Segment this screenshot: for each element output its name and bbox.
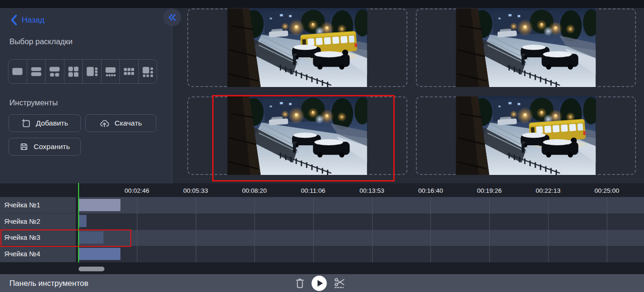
time-tick-label: 00:08:20 — [242, 187, 267, 194]
time-tick-label: 00:16:40 — [418, 187, 443, 194]
top-strip — [0, 0, 644, 8]
timeline-track[interactable] — [78, 197, 644, 213]
time-tick-label: 00:19:26 — [477, 187, 502, 194]
layout-option-single-icon[interactable] — [8, 60, 27, 83]
layout-option-1-big-4-bottom-icon[interactable] — [102, 60, 120, 83]
timeline-tracks — [78, 197, 644, 262]
toolbar-actions — [294, 274, 346, 292]
camera-video — [456, 96, 596, 175]
clip-bar[interactable] — [79, 248, 120, 260]
bottom-toolbar: Панель инструментов — [0, 274, 644, 292]
time-tick-label: 00:25:00 — [595, 187, 620, 194]
play-button[interactable] — [311, 276, 327, 291]
tools-section-title: Инструменты — [9, 98, 58, 107]
layout-option-1-big-3-right-icon[interactable] — [83, 60, 102, 83]
timeline-row-label[interactable]: Ячейка №1 — [0, 197, 76, 213]
save-floppy-icon — [19, 142, 29, 151]
save-button[interactable]: Сохранить — [8, 138, 81, 156]
timeline-row-label[interactable]: Ячейка №3 — [0, 230, 76, 246]
camera-video-frame — [456, 96, 596, 175]
add-button[interactable]: Добавить — [8, 114, 81, 132]
back-label: Назад — [22, 16, 45, 25]
layout-option-1-top-2-bottom-icon[interactable] — [46, 60, 64, 83]
timeline-row-label[interactable]: Ячейка №2 — [0, 213, 76, 230]
time-tick-label: 00:13:53 — [359, 187, 384, 194]
toolbar-title: Панель инструментов — [9, 279, 88, 288]
layout-option-1-big-5-small-icon[interactable] — [139, 60, 157, 83]
clip-bar[interactable] — [79, 199, 120, 211]
timeline-track[interactable] — [78, 213, 644, 230]
timeline-track[interactable] — [78, 246, 644, 262]
cloud-upload-icon — [99, 118, 110, 128]
layout-option-2x2-icon[interactable] — [64, 60, 83, 83]
clip-bar[interactable] — [79, 231, 103, 244]
layout-option-3x2-icon[interactable] — [120, 60, 139, 83]
camera-video-frame — [228, 96, 367, 175]
add-button-label: Добавить — [36, 119, 68, 127]
layout-section-title: Выбор раскладки — [9, 37, 72, 46]
time-tick-label: 00:02:46 — [125, 187, 150, 194]
camera-video — [456, 8, 596, 87]
cut-icon[interactable] — [333, 277, 346, 289]
camera-video — [228, 96, 367, 175]
sidebar: Назад Выбор раскладки — [0, 8, 172, 183]
clip-bar[interactable] — [79, 215, 87, 227]
timeline-scrollbar — [0, 262, 644, 274]
camera-video — [228, 8, 367, 87]
trash-icon[interactable] — [294, 277, 305, 289]
video-editor-window: Назад Выбор раскладки — [0, 0, 644, 292]
timeline-scrollbar-thumb[interactable] — [79, 267, 104, 271]
video-cell-4[interactable] — [416, 96, 636, 175]
video-cell-1[interactable] — [187, 8, 407, 87]
download-button[interactable]: Скачать — [85, 114, 156, 132]
timeline-row-label[interactable]: Ячейка №4 — [0, 246, 76, 262]
camera-video-frame — [228, 8, 367, 87]
time-tick-label: 00:11:06 — [301, 187, 326, 194]
double-chevron-left-icon — [167, 13, 177, 22]
layout-option-2-rows-icon[interactable] — [27, 60, 46, 83]
layout-picker — [8, 59, 157, 84]
timeline-track[interactable] — [78, 230, 644, 246]
add-clip-icon — [21, 118, 31, 128]
download-button-label: Скачать — [114, 119, 142, 127]
video-grid — [172, 8, 644, 183]
video-cell-3[interactable] — [187, 96, 407, 175]
time-tick-label: 00:22:13 — [536, 187, 561, 194]
video-cell-2[interactable] — [416, 8, 636, 87]
sidebar-collapse-button[interactable] — [163, 8, 181, 26]
back-button[interactable]: Назад — [10, 15, 45, 25]
time-tick-label: 00:05:33 — [183, 187, 208, 194]
playhead[interactable] — [78, 183, 80, 262]
content-area: Назад Выбор раскладки — [0, 8, 644, 183]
chevron-left-icon — [10, 15, 17, 25]
camera-video-frame — [456, 8, 596, 87]
save-button-label: Сохранить — [33, 142, 70, 151]
timeline-label-column: Ячейка №1Ячейка №2Ячейка №3Ячейка №4 — [0, 197, 76, 262]
timeline-ruler[interactable]: 00:02:4600:05:3300:08:2000:11:0600:13:53… — [0, 183, 644, 197]
timeline-body: Ячейка №1Ячейка №2Ячейка №3Ячейка №4 — [0, 197, 644, 262]
